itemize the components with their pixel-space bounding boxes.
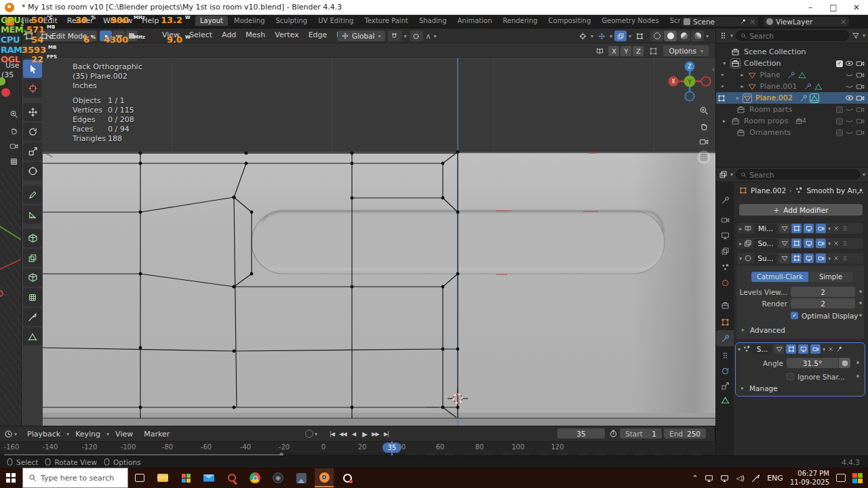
eye-icon[interactable] xyxy=(845,94,854,102)
expand-icon[interactable]: ▸ xyxy=(739,226,742,232)
tool-measure[interactable] xyxy=(23,205,42,224)
perspective-grid-icon[interactable] xyxy=(697,150,711,164)
modifier-name-field[interactable]: Su... xyxy=(754,253,777,264)
camera-render-icon[interactable] xyxy=(856,70,865,79)
angle-field[interactable]: 31.5° xyxy=(787,358,838,368)
tab-shading[interactable]: Shading xyxy=(414,16,452,26)
mirror-x-button[interactable]: X xyxy=(608,46,619,56)
camera-render-icon[interactable] xyxy=(856,117,865,125)
menu-marker[interactable]: Marker xyxy=(139,430,174,439)
tab-rendering[interactable]: Rendering xyxy=(498,16,542,26)
viewlayer-selector[interactable]: ViewLayer ✕ xyxy=(763,16,850,27)
menu-add[interactable]: Add xyxy=(217,30,241,39)
expand-icon[interactable]: ▸ xyxy=(739,241,742,247)
tab-tool[interactable] xyxy=(716,192,734,208)
notification-center-icon[interactable] xyxy=(836,474,846,482)
outliner-row-plane-001[interactable]: • ▸ Plane.001 xyxy=(716,81,868,92)
smooth-by-angle-block[interactable]: ▾ S... ▾ Angle 31.5° Ignore Shar... ▸ Ma… xyxy=(735,342,865,396)
playhead-line[interactable] xyxy=(391,441,393,456)
animate-dot[interactable] xyxy=(859,314,862,317)
modifier-name-field[interactable]: So... xyxy=(754,239,777,249)
outliner-search-input[interactable] xyxy=(749,32,844,40)
maximize-button[interactable]: □ xyxy=(822,0,845,15)
tab-view-layer[interactable] xyxy=(716,243,734,259)
modifier-name-field[interactable]: S... xyxy=(753,344,772,354)
toggle-edit-mode[interactable] xyxy=(791,224,802,233)
play-reverse-button[interactable]: ◀ xyxy=(349,428,359,439)
mirror-y-button[interactable]: Y xyxy=(620,46,631,56)
pin-icon[interactable] xyxy=(836,346,843,352)
camera-render-icon[interactable] xyxy=(856,82,865,91)
tab-layout[interactable]: Layout xyxy=(195,16,228,26)
auto-keying-button[interactable] xyxy=(305,430,313,438)
menu-render[interactable]: Render xyxy=(62,16,98,25)
menu-keying[interactable]: Keying xyxy=(71,430,105,439)
camera-render-icon[interactable] xyxy=(856,128,865,137)
breadcrumb-object[interactable]: Plane.002 xyxy=(751,186,786,195)
jump-to-end-button[interactable]: ▶| xyxy=(381,428,391,439)
tab-object[interactable] xyxy=(716,314,734,330)
collapse-icon[interactable]: ▾ xyxy=(723,60,726,66)
bg-pan-icon[interactable] xyxy=(7,123,20,137)
mail-icon[interactable] xyxy=(199,468,218,487)
edge-select-button[interactable] xyxy=(113,30,125,41)
task-view-icon[interactable] xyxy=(130,468,149,487)
menu-edge[interactable]: Edge xyxy=(304,30,332,39)
toggle-vertex-group[interactable] xyxy=(779,253,789,263)
pin-icon[interactable] xyxy=(740,18,747,25)
advanced-label[interactable]: Advanced xyxy=(750,326,785,334)
toggle-render[interactable] xyxy=(816,224,826,233)
blender-taskbar-icon[interactable] xyxy=(315,468,334,487)
properties-search-input[interactable] xyxy=(749,171,855,179)
breadcrumb-modifier[interactable]: Smooth by An... xyxy=(806,186,863,195)
tool-inset[interactable] xyxy=(23,249,42,267)
tab-output[interactable] xyxy=(716,227,734,243)
timeline-ruler[interactable]: -160 -140 -120 -100 -80 -60 -40 -20 0 20… xyxy=(0,441,715,453)
timeline-editor-dropdown[interactable]: ▾ xyxy=(14,431,17,437)
eye-closed-icon[interactable] xyxy=(845,117,854,125)
vertex-select-button[interactable] xyxy=(100,30,112,41)
delete-icon[interactable] xyxy=(833,240,840,247)
animate-dot[interactable] xyxy=(856,375,859,378)
snap-toggle[interactable] xyxy=(388,30,401,41)
viewlayer-close-icon[interactable]: ✕ xyxy=(840,18,846,26)
taskbar-search[interactable] xyxy=(22,468,128,488)
extras-dropdown[interactable]: ▾ xyxy=(823,346,825,352)
bg-camera-icon[interactable] xyxy=(7,139,20,152)
menu-mesh[interactable]: Mesh xyxy=(241,30,270,39)
bg-grid-icon[interactable] xyxy=(7,155,20,168)
start-frame-field[interactable]: Start1 xyxy=(620,428,662,439)
close-button[interactable]: ✕ xyxy=(845,0,868,15)
pan-hand-icon[interactable] xyxy=(697,119,711,133)
catmull-clark-button[interactable]: Catmull-Clark xyxy=(751,272,808,282)
auto-keying-dropdown[interactable]: ▾ xyxy=(315,431,317,437)
modifier-mirror-row[interactable]: ▸ Mi... ▾ xyxy=(736,222,864,235)
filter-icon[interactable] xyxy=(852,32,860,40)
tab-texture-paint[interactable]: Texture Paint xyxy=(359,16,413,26)
face-select-button[interactable] xyxy=(125,30,138,41)
advanced-expand-icon[interactable]: ▸ xyxy=(742,327,745,333)
tray-expand-icon[interactable]: ⌃ xyxy=(692,474,698,483)
show-overlays-icon[interactable] xyxy=(595,30,608,41)
proportional-edit-toggle[interactable] xyxy=(410,30,423,41)
levels-render-field[interactable]: 2 xyxy=(791,298,855,308)
properties-options-dropdown[interactable]: ▾ xyxy=(863,171,865,178)
tab-physics[interactable] xyxy=(716,363,734,379)
extras-dropdown[interactable]: ▾ xyxy=(828,226,831,232)
collapse-icon[interactable]: ▾ xyxy=(738,346,741,352)
play-button[interactable]: ▶ xyxy=(359,428,370,439)
outliner-row-collection[interactable]: ▾ Collection ✓ xyxy=(716,58,868,69)
previous-keyframe-button[interactable]: ◀◀ xyxy=(338,428,348,439)
collection-checkbox[interactable] xyxy=(836,106,843,113)
collection-checkbox[interactable]: ✓ xyxy=(836,60,843,67)
photos-app-icon[interactable] xyxy=(292,468,311,487)
eye-closed-icon[interactable] xyxy=(845,70,854,79)
collection-checkbox[interactable] xyxy=(836,118,843,125)
menu-view[interactable]: View xyxy=(111,430,138,439)
search-app-icon[interactable] xyxy=(222,468,241,487)
dark-app-icon[interactable]: ◉ xyxy=(269,468,288,487)
blender-menu-icon[interactable] xyxy=(5,18,14,26)
tool-select-box[interactable] xyxy=(23,60,42,78)
stopwatch-icon[interactable] xyxy=(609,429,618,438)
camera-render-icon[interactable] xyxy=(856,59,865,68)
